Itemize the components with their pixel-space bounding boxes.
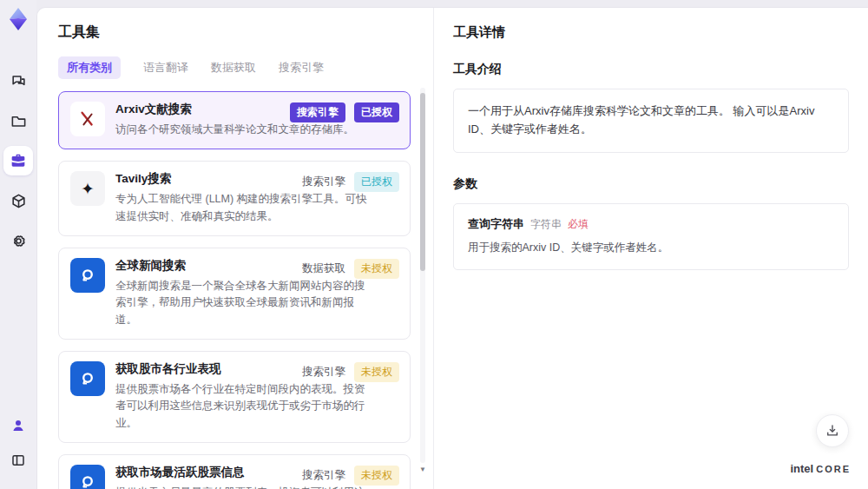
tool-card-arxiv[interactable]: Arxiv文献搜索 访问各个研究领域大量科学论文和文章的存储库。 搜索引擎 已授… xyxy=(58,91,411,149)
param-type: 字符串 xyxy=(530,217,562,232)
category-label: 搜索引擎 xyxy=(302,468,345,483)
category-label: 搜索引擎 xyxy=(302,365,345,380)
sidebar-item-settings[interactable] xyxy=(3,226,33,255)
active-stocks-logo-icon xyxy=(70,465,105,489)
tavily-star-icon: ✦ xyxy=(70,171,105,206)
tab-all-categories[interactable]: 所有类别 xyxy=(58,56,121,79)
auth-status-badge: 已授权 xyxy=(354,102,399,122)
category-badge: 搜索引擎 xyxy=(290,102,345,122)
sidebar-item-packages[interactable] xyxy=(3,186,33,215)
panel-layout-icon xyxy=(10,453,26,468)
tool-detail-panel: 工具详情 工具介绍 一个用于从Arxiv存储库搜索科学论文和文章的工具。 输入可… xyxy=(434,8,868,489)
detail-title: 工具详情 xyxy=(453,24,849,41)
tool-list: Arxiv文献搜索 访问各个研究领域大量科学论文和文章的存储库。 搜索引擎 已授… xyxy=(58,91,411,489)
arxiv-logo-icon xyxy=(70,102,105,136)
collapse-sidebar-button[interactable] xyxy=(3,446,33,475)
gear-icon xyxy=(10,233,27,249)
left-rail xyxy=(0,0,36,489)
list-scrollbar[interactable] xyxy=(420,88,425,463)
brand-intel: intel xyxy=(790,462,813,475)
sidebar-item-files[interactable] xyxy=(3,106,33,135)
briefcase-icon xyxy=(10,152,27,169)
news-search-logo-icon xyxy=(70,258,105,293)
content-shell: 工具集 所有类别 语言翻译 数据获取 搜索引擎 Arxiv文献搜索 访问各个研究… xyxy=(36,7,868,489)
intro-text-box: 一个用于从Arxiv存储库搜索科学论文和文章的工具。 输入可以是Arxiv ID… xyxy=(453,89,849,153)
tab-search-engine[interactable]: 搜索引擎 xyxy=(279,60,324,76)
category-tabs: 所有类别 语言翻译 数据获取 搜索引擎 xyxy=(58,56,411,79)
category-label: 搜索引擎 xyxy=(302,175,345,189)
intel-core-logo: intelCORE xyxy=(790,461,851,475)
tab-language-translation[interactable]: 语言翻译 xyxy=(143,60,188,76)
sidebar-item-toolset[interactable] xyxy=(3,146,33,175)
tool-desc: 访问各个研究领域大量科学论文和文章的存储库。 xyxy=(115,122,369,138)
scroll-down-arrow-icon[interactable]: ▼ xyxy=(419,466,426,473)
auth-status-badge: 未授权 xyxy=(354,466,399,486)
auth-status-badge: 未授权 xyxy=(354,259,399,279)
scrollbar-thumb[interactable] xyxy=(420,93,425,271)
tool-card-tavily[interactable]: ✦ Tavily搜索 专为人工智能代理 (LLM) 构建的搜索引擎工具。可快速提… xyxy=(58,161,411,236)
tab-data-fetch[interactable]: 数据获取 xyxy=(211,60,256,76)
param-card: 查询字符串 字符串 必填 用于搜索的Arxiv ID、关键字或作者姓名。 xyxy=(453,203,849,270)
param-name: 查询字符串 xyxy=(468,216,524,232)
toolset-panel: 工具集 所有类别 语言翻译 数据获取 搜索引擎 Arxiv文献搜索 访问各个研究… xyxy=(37,8,433,489)
params-heading: 参数 xyxy=(453,176,849,192)
param-required-flag: 必填 xyxy=(568,217,589,232)
intro-heading: 工具介绍 xyxy=(453,62,849,77)
chat-icon xyxy=(10,73,27,89)
avatar-icon xyxy=(10,418,26,433)
stock-sector-logo-icon xyxy=(70,361,105,396)
tool-desc: 提供股票市场各个行业在特定时间段内的表现。投资者可以利用这些信息来识别表现优于或… xyxy=(115,381,369,432)
category-label: 数据获取 xyxy=(302,261,345,276)
tool-card-active-stocks[interactable]: 获取市场最活跃股票信息 提供当天交易量最高的股票列表，投资者可以利用这些信息来识… xyxy=(58,454,411,489)
sidebar-item-chat[interactable] xyxy=(3,66,33,96)
folder-icon xyxy=(10,113,27,129)
auth-status-badge: 未授权 xyxy=(354,362,399,382)
cube-icon xyxy=(10,193,27,209)
account-button[interactable] xyxy=(3,411,33,440)
brand-core: CORE xyxy=(816,464,851,474)
app-logo-icon xyxy=(6,7,30,31)
param-desc: 用于搜索的Arxiv ID、关键字或作者姓名。 xyxy=(468,241,834,255)
tool-card-global-news[interactable]: 全球新闻搜索 全球新闻搜索是一个聚合全球各大新闻网站内容的搜索引擎，帮助用户快速… xyxy=(58,248,411,340)
download-button[interactable] xyxy=(816,414,849,447)
tool-desc: 专为人工智能代理 (LLM) 构建的搜索引擎工具。可快速提供实时、准确和真实的结… xyxy=(115,191,369,225)
auth-status-badge: 已授权 xyxy=(354,172,399,192)
tool-card-sector-performance[interactable]: 获取股市各行业表现 提供股票市场各个行业在特定时间段内的表现。投资者可以利用这些… xyxy=(58,351,411,443)
page-title: 工具集 xyxy=(58,23,411,42)
tool-desc: 全球新闻搜索是一个聚合全球各大新闻网站内容的搜索引擎，帮助用户快速获取全球最新资… xyxy=(115,278,369,328)
download-icon xyxy=(825,423,840,439)
